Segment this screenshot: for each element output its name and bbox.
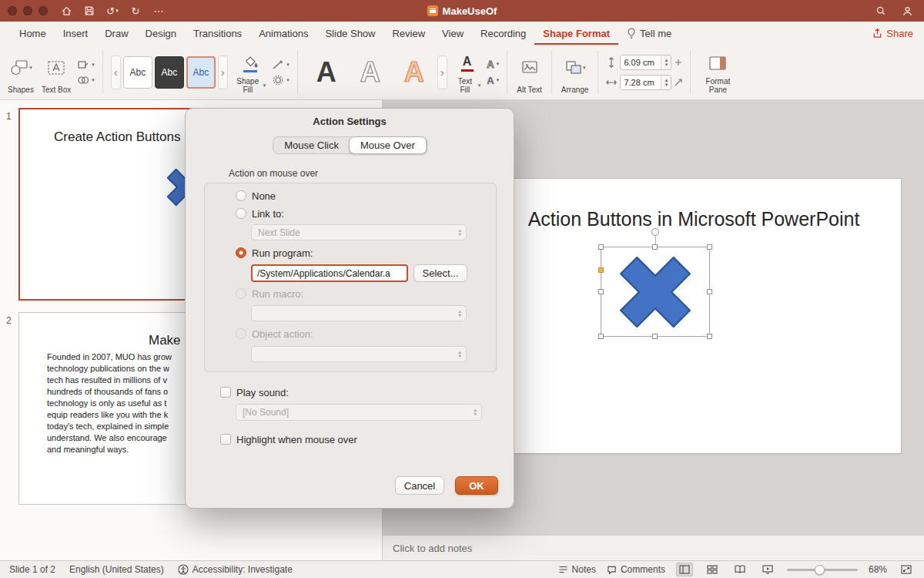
shape-style-preset-3-selected[interactable]: Abc <box>186 56 216 89</box>
reading-view-button[interactable] <box>732 563 748 576</box>
shape-outline-button[interactable]: ▾ <box>272 59 290 70</box>
wordart-style-3[interactable]: A <box>393 54 435 91</box>
tell-me-button[interactable]: Tell me <box>618 22 680 45</box>
zoom-button[interactable] <box>38 6 48 15</box>
format-pane-button[interactable]: Format Pane <box>698 48 737 96</box>
normal-view-button[interactable] <box>676 563 693 576</box>
text-outline-button[interactable]: A ▾ <box>487 59 499 70</box>
alt-text-button[interactable]: Alt Text <box>515 48 544 96</box>
wordart-style-1[interactable]: A <box>306 54 347 91</box>
object-action-dropdown[interactable]: ▲▼ <box>251 346 467 362</box>
resize-handle-s[interactable] <box>652 334 658 339</box>
account-icon[interactable] <box>899 2 915 19</box>
tab-transitions[interactable]: Transitions <box>185 22 250 45</box>
ok-button[interactable]: OK <box>455 476 498 495</box>
text-fill-button[interactable]: A Text Fill▾ <box>452 48 483 96</box>
radio-run-program[interactable] <box>236 247 246 258</box>
run-program-input[interactable] <box>251 264 408 282</box>
x-shape[interactable] <box>612 249 698 335</box>
tab-design[interactable]: Design <box>137 22 185 45</box>
zoom-percentage[interactable]: 68% <box>869 564 887 575</box>
gallery-scroll-left-icon[interactable]: ‹ <box>111 55 121 89</box>
slide-canvas[interactable]: Action Buttons in Microsoft PowerPoint <box>487 179 901 453</box>
resize-handle-w[interactable] <box>598 289 604 294</box>
shape-fill-button[interactable]: Shape Fill▾ <box>233 48 268 96</box>
shape-style-preset-2[interactable]: Abc <box>155 56 184 89</box>
radio-none[interactable] <box>236 190 246 201</box>
adjustment-handle[interactable] <box>598 267 604 273</box>
shape-effects-button[interactable]: ▾ <box>272 75 290 86</box>
radio-link-to[interactable] <box>236 208 246 219</box>
redo-icon[interactable]: ↻ <box>128 2 143 19</box>
minimize-button[interactable] <box>23 6 32 15</box>
text-box-button[interactable]: Text Box <box>40 48 72 96</box>
slide-counter[interactable]: Slide 1 of 2 <box>9 564 55 575</box>
resize-handle-sw[interactable] <box>598 334 604 339</box>
tab-review[interactable]: Review <box>383 22 434 45</box>
tab-mouse-over[interactable]: Mouse Over <box>349 136 427 154</box>
save-icon[interactable] <box>82 2 97 19</box>
size-option-icon[interactable] <box>675 79 682 86</box>
search-icon[interactable] <box>873 2 889 19</box>
link-to-dropdown[interactable]: Next Slide ▲▼ <box>251 224 467 240</box>
edit-shape-button[interactable]: ▾ <box>77 59 95 70</box>
tab-insert[interactable]: Insert <box>55 22 97 45</box>
gallery-scroll-right-icon[interactable]: › <box>218 55 228 89</box>
zoom-slider-knob[interactable] <box>815 565 825 575</box>
run-macro-dropdown[interactable]: ▲▼ <box>251 305 467 321</box>
arrange-button[interactable]: ▾ Arrange <box>560 48 591 96</box>
cancel-button[interactable]: Cancel <box>395 476 444 495</box>
shape-width-input[interactable] <box>621 76 661 89</box>
size-option-icon[interactable] <box>675 59 682 66</box>
slideshow-view-button[interactable] <box>759 563 776 576</box>
notes-toggle[interactable]: Notes <box>558 564 596 575</box>
close-button[interactable] <box>8 6 17 15</box>
gallery-scroll-right-icon[interactable]: › <box>437 55 447 89</box>
rotation-handle[interactable] <box>651 228 659 236</box>
notes-pane[interactable]: Click to add notes <box>383 535 924 560</box>
tab-draw[interactable]: Draw <box>96 22 136 45</box>
radio-run-macro[interactable] <box>236 288 246 299</box>
shape-height-input[interactable] <box>621 55 661 69</box>
more-commands-icon[interactable]: ⋯ <box>151 2 166 19</box>
shape-style-preset-1[interactable]: Abc <box>123 56 152 89</box>
tab-home[interactable]: Home <box>11 22 55 45</box>
tab-view[interactable]: View <box>434 22 472 45</box>
tab-recording[interactable]: Recording <box>472 22 534 45</box>
share-button[interactable]: Share <box>872 28 913 39</box>
fit-slide-to-window-button[interactable] <box>898 563 915 576</box>
chevron-down-icon: ▾ <box>286 77 290 83</box>
language-indicator[interactable]: English (United States) <box>69 564 164 575</box>
ribbon-separator <box>598 50 598 94</box>
undo-icon[interactable]: ↺▾ <box>105 2 120 19</box>
resize-handle-n[interactable] <box>652 244 658 250</box>
tab-mouse-click[interactable]: Mouse Click <box>273 137 350 153</box>
shape-selection-box[interactable] <box>601 247 710 337</box>
shapes-button[interactable]: ▾ Shapes <box>6 48 35 96</box>
play-sound-dropdown[interactable]: [No Sound] ▲▼ <box>236 404 482 421</box>
width-stepper[interactable]: ▲▼ <box>661 76 671 89</box>
text-effects-button[interactable]: A ▾ <box>487 75 499 86</box>
accessibility-status[interactable]: Accessibility: Investigate <box>178 564 293 575</box>
play-sound-checkbox[interactable] <box>220 387 231 398</box>
merge-shapes-button[interactable]: ▾ <box>77 75 95 86</box>
slide-sorter-view-button[interactable] <box>704 563 721 576</box>
dialog-title: Action Settings <box>186 116 514 127</box>
tab-slide-show[interactable]: Slide Show <box>316 22 383 45</box>
resize-handle-e[interactable] <box>707 289 712 294</box>
height-stepper[interactable]: ▲▼ <box>661 55 671 69</box>
resize-handle-se[interactable] <box>707 334 712 339</box>
tab-animations[interactable]: Animations <box>250 22 316 45</box>
notes-placeholder[interactable]: Click to add notes <box>393 543 472 554</box>
radio-object-action[interactable] <box>236 328 246 339</box>
wordart-style-2[interactable]: A <box>350 54 391 91</box>
tab-shape-format[interactable]: Shape Format <box>534 22 618 45</box>
select-program-button[interactable]: Select... <box>413 264 467 282</box>
resize-handle-nw[interactable] <box>598 244 604 250</box>
home-icon[interactable] <box>59 2 74 19</box>
highlight-checkbox[interactable] <box>220 434 231 445</box>
comments-toggle[interactable]: Comments <box>607 564 665 575</box>
resize-handle-ne[interactable] <box>707 244 712 250</box>
zoom-slider[interactable] <box>787 569 858 571</box>
slide-title-text[interactable]: Action Buttons in Microsoft PowerPoint <box>487 208 901 230</box>
